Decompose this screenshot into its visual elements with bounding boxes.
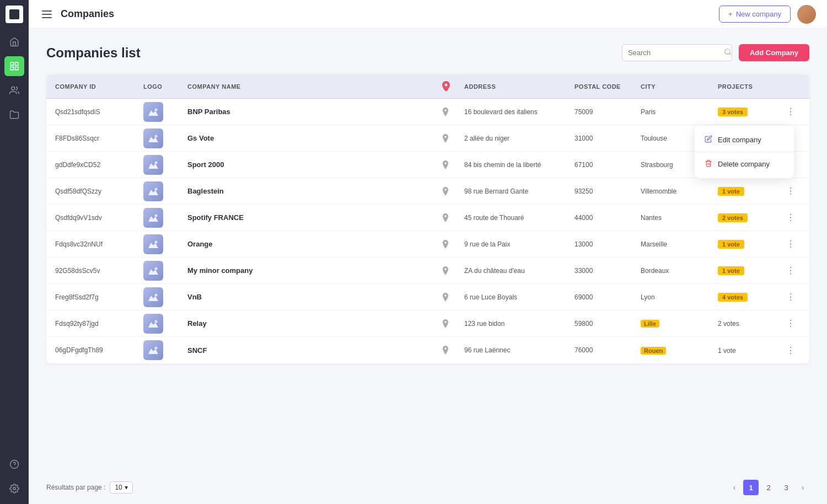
postal-code-cell: 31000	[574, 135, 641, 142]
company-id-cell: gdDdfe9xCD52	[55, 161, 143, 169]
pin-icon	[442, 213, 464, 222]
logo-cell	[143, 208, 187, 228]
postal-code-cell: 76000	[574, 346, 641, 354]
city-cell: Villemomble	[641, 187, 718, 195]
company-name-cell: SNCF	[187, 346, 442, 355]
company-id-cell: Qsdf58dfQSzzy	[55, 187, 143, 195]
edit-company-menu-item[interactable]: Edit company	[695, 130, 794, 149]
table-header: COMPANY ID LOGO COMPANY NAME ADDRESS POS…	[46, 74, 809, 99]
address-cell: 9 rue de la Paix	[464, 240, 574, 248]
pin-icon	[442, 160, 464, 169]
address-cell: 45 route de Thouaré	[464, 214, 574, 222]
companies-table: COMPANY ID LOGO COMPANY NAME ADDRESS POS…	[46, 74, 809, 363]
company-name-cell: VnB	[187, 293, 442, 301]
company-name-cell: Baglestein	[187, 187, 442, 195]
delete-icon	[705, 159, 712, 169]
postal-code-cell: 93250	[574, 187, 641, 195]
votes-cell: 1 vote	[718, 266, 784, 275]
sidebar-item-grid[interactable]	[4, 56, 24, 76]
next-page-button[interactable]: ›	[796, 481, 809, 494]
context-menu: Edit company Delete company	[695, 126, 794, 178]
table-row: Freg8fSsd2f7g VnB 6 rue Luce Boyals 6900…	[46, 284, 809, 310]
sidebar-logo[interactable]	[6, 6, 23, 23]
logo-cell	[143, 261, 187, 281]
more-options-button[interactable]: ⋮	[784, 105, 797, 119]
votes-cell: 1 vote	[718, 187, 784, 196]
svg-point-15	[155, 240, 158, 243]
per-page-select[interactable]: 10 ▾	[110, 481, 132, 494]
svg-rect-0	[10, 62, 13, 65]
company-id-cell: F8FDs86Ssqcr	[55, 135, 143, 142]
hamburger-menu[interactable]	[40, 8, 54, 20]
avatar[interactable]	[797, 5, 816, 24]
svg-point-19	[155, 347, 158, 350]
topbar-actions: + New company	[719, 5, 816, 24]
company-id-cell: Qsdfdq9vV1sdv	[55, 214, 143, 222]
company-name-cell: Relay	[187, 319, 442, 328]
address-cell: 2 allée du niger	[464, 135, 574, 142]
chevron-down-icon: ▾	[125, 484, 128, 491]
more-options-button[interactable]: ⋮	[784, 264, 797, 277]
more-options-button[interactable]: ⋮	[784, 291, 797, 304]
pin-icon	[442, 319, 464, 328]
company-id-cell: 92G58dsScv5v	[55, 267, 143, 275]
postal-code-cell: 67100	[574, 161, 641, 169]
add-company-button[interactable]: Add Company	[739, 44, 809, 61]
logo-cell	[143, 128, 187, 148]
page-1-button[interactable]: 1	[743, 480, 759, 495]
col-city: CITY	[641, 83, 718, 90]
main-area: Companies + New company Companies list	[29, 0, 827, 504]
sidebar-item-users[interactable]	[4, 81, 24, 100]
address-cell: 16 boulevard des italiens	[464, 108, 574, 116]
more-options-button[interactable]: ⋮	[784, 185, 797, 198]
votes-cell: 1 vote	[718, 346, 784, 355]
logo-cell	[143, 340, 187, 360]
page-3-button[interactable]: 3	[778, 480, 794, 495]
search-icon	[724, 48, 732, 57]
svg-point-17	[155, 293, 158, 296]
sidebar-item-home[interactable]	[4, 32, 24, 52]
svg-rect-1	[15, 62, 18, 65]
votes-cell: 4 votes	[718, 293, 784, 302]
svg-point-18	[155, 320, 158, 323]
search-input[interactable]	[628, 49, 721, 57]
pagination: ‹ 1 2 3 ›	[728, 480, 809, 495]
more-options-button[interactable]: ⋮	[784, 317, 797, 330]
col-address-pin	[442, 81, 464, 92]
delete-company-menu-item[interactable]: Delete company	[695, 154, 794, 174]
page-2-button[interactable]: 2	[761, 480, 776, 495]
postal-code-cell: 13000	[574, 240, 641, 248]
sidebar-item-help[interactable]	[4, 454, 24, 474]
sidebar-item-folder[interactable]	[4, 105, 24, 125]
per-page-label: Résultats par page :	[46, 484, 105, 491]
company-logo	[143, 340, 163, 360]
prev-page-button[interactable]: ‹	[728, 481, 741, 494]
company-logo	[143, 287, 163, 307]
logo-cell	[143, 181, 187, 201]
page-header: Companies list Add Company	[46, 44, 809, 61]
more-options-button[interactable]: ⋮	[784, 344, 797, 357]
more-options-button[interactable]: ⋮	[784, 211, 797, 224]
col-company-id: COMPANY ID	[55, 83, 143, 90]
table-row: Fdsq92ty87jgd Relay 123 rue bidon 59800 …	[46, 310, 809, 337]
plus-icon: +	[728, 10, 733, 18]
edit-company-label: Edit company	[718, 136, 761, 144]
company-logo	[143, 181, 163, 201]
city-cell: Lille	[641, 319, 718, 328]
postal-code-cell: 69000	[574, 293, 641, 301]
search-box	[622, 44, 732, 61]
company-name-cell: My minor company	[187, 266, 442, 275]
col-postal-code: POSTAL CODE	[574, 83, 641, 90]
pin-icon	[442, 108, 464, 116]
pin-icon	[442, 266, 464, 275]
pin-icon	[442, 187, 464, 196]
new-company-button[interactable]: + New company	[719, 6, 791, 23]
content-area: Companies list Add Company COMPANY ID LO…	[29, 29, 827, 471]
pin-icon	[442, 293, 464, 302]
more-options-button[interactable]: ⋮	[784, 238, 797, 251]
sidebar-item-settings[interactable]	[4, 479, 24, 498]
address-cell: 96 rue Laënnec	[464, 346, 574, 354]
address-cell: 123 rue bidon	[464, 320, 574, 328]
company-name-cell: BNP Paribas	[187, 108, 442, 116]
page-title: Companies list	[46, 45, 141, 61]
